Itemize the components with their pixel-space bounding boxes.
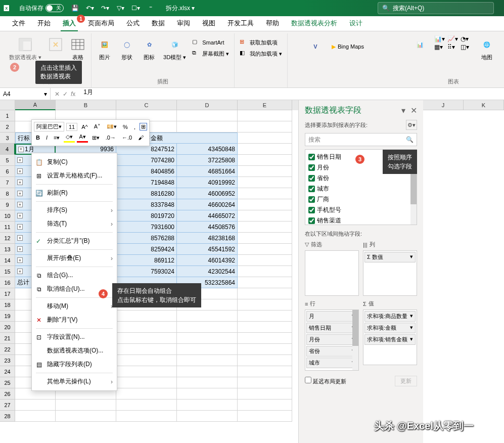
undo-icon[interactable]: ↶▾ (85, 3, 95, 13)
expand-icon[interactable]: + (17, 246, 23, 252)
field-checkbox[interactable]: 手机型号 (307, 205, 415, 215)
cell[interactable] (56, 400, 116, 411)
cell[interactable] (238, 266, 292, 277)
border-icon[interactable]: ⊞▾ (90, 134, 102, 142)
cell[interactable]: 48238168 (177, 233, 238, 244)
charts-button[interactable]: 📊 (410, 35, 430, 54)
name-box[interactable]: A4▾ (0, 88, 51, 100)
row-header[interactable]: 21 (0, 333, 15, 344)
table-button[interactable]: 表格 (68, 35, 88, 62)
row-header[interactable]: 17 (0, 288, 15, 299)
fx-icon[interactable]: fx (71, 91, 75, 98)
col-header[interactable]: D (177, 100, 238, 110)
row-header[interactable]: 3 (0, 132, 15, 144)
area-item[interactable]: 月份▾ (306, 334, 357, 345)
tab-help[interactable]: 帮助 (260, 16, 285, 31)
align-icon[interactable]: ≡▾ (52, 134, 62, 142)
menu-format-cells[interactable]: ⊞设置单元格格式(F)... (32, 169, 117, 183)
area-item[interactable]: 销售日期▾ (306, 323, 357, 333)
cell[interactable] (238, 132, 292, 144)
format-icon[interactable]: ⊞ (140, 123, 147, 130)
expand-icon[interactable]: + (17, 224, 23, 230)
field-checkbox[interactable]: 城市 (307, 184, 415, 194)
expand-icon[interactable]: + (17, 213, 23, 218)
menu-expand[interactable]: 展开/折叠(E)› (32, 251, 117, 265)
cancel-formula-icon[interactable]: ✕ (55, 91, 60, 98)
cell[interactable] (238, 255, 292, 266)
tab-review[interactable]: 审阅 (171, 16, 196, 31)
tab-dev[interactable]: 开发工具 (221, 16, 260, 31)
cell[interactable]: 7194848 (116, 177, 177, 188)
field-checkbox[interactable]: 销售渠道 (307, 215, 415, 225)
cell[interactable] (238, 244, 292, 255)
close-icon[interactable]: ✕ (410, 106, 417, 115)
font-color-icon[interactable]: A▾ (77, 132, 87, 143)
cell[interactable] (177, 388, 238, 400)
cell[interactable] (116, 400, 177, 411)
shapes-button[interactable]: ◯形状 (117, 35, 137, 62)
row-header[interactable]: 28 (0, 411, 15, 422)
cell[interactable]: 8816280 (116, 188, 177, 199)
area-item[interactable]: 省份▾ (306, 346, 357, 357)
row-header[interactable]: 1 (0, 110, 15, 121)
expand-icon[interactable]: + (18, 147, 24, 152)
cell[interactable] (56, 411, 116, 422)
cell[interactable] (116, 377, 177, 388)
cell[interactable] (238, 233, 292, 244)
area-item[interactable]: 城市▾ (306, 358, 357, 368)
cell[interactable]: 8337848 (116, 199, 177, 210)
defer-layout-checkbox[interactable]: 延迟布局更新 (305, 377, 346, 385)
cell[interactable] (238, 199, 292, 210)
cell[interactable] (238, 311, 292, 322)
line-chart-icon[interactable]: 📈▾ (447, 35, 460, 42)
cell[interactable]: 45541592 (177, 244, 238, 255)
select-all-corner[interactable] (0, 100, 15, 110)
bar-chart-icon[interactable]: 📊▾ (434, 35, 446, 42)
area-item[interactable]: 求和项:销售金额▾ (364, 334, 416, 345)
row-header[interactable]: 11 (0, 222, 15, 233)
autosave-toggle[interactable]: 自动保存 关 (19, 4, 64, 13)
cell[interactable] (116, 333, 177, 344)
row-header[interactable]: 10 (0, 210, 15, 222)
save-icon[interactable]: 💾 (70, 3, 80, 13)
row-header[interactable]: 22 (0, 344, 15, 355)
scatter-chart-icon[interactable]: ⠿▾ (447, 43, 460, 51)
filename-label[interactable]: 拆分.xlsx ▾ (166, 4, 195, 13)
row-header[interactable]: 15 (0, 266, 15, 277)
3dmodel-button[interactable]: 🧊3D模型 ▾ (161, 35, 188, 62)
cell[interactable] (177, 366, 238, 377)
col-header[interactable]: K (464, 100, 504, 110)
cell[interactable] (116, 322, 177, 333)
menu-subtotal[interactable]: ✓分类汇总"月"(B) (32, 234, 117, 248)
format-painter-icon[interactable]: 🖌 (136, 134, 146, 142)
row-header[interactable]: 13 (0, 244, 15, 255)
cell[interactable]: 43450848 (177, 144, 238, 155)
comma-icon[interactable]: , (132, 123, 138, 131)
pane-options-icon[interactable]: ▾ (401, 106, 405, 115)
cell[interactable] (177, 322, 238, 333)
picture-button[interactable]: 🖼️图片 (95, 35, 115, 62)
cell[interactable]: 46600264 (177, 199, 238, 210)
formula-bar[interactable]: 1月 (79, 88, 504, 100)
area-item[interactable]: 求和项:金额▾ (364, 323, 416, 333)
tab-layout[interactable]: 页面布局 (82, 16, 120, 31)
row-header[interactable]: 12 (0, 233, 15, 244)
screenshot-button[interactable]: ⧉屏幕截图 ▾ (190, 49, 231, 59)
accounting-icon[interactable]: 💴▾ (105, 122, 119, 131)
update-button[interactable]: 更新 (395, 376, 417, 386)
tab-view[interactable]: 视图 (196, 16, 221, 31)
italic-icon[interactable]: I (44, 134, 50, 142)
qat-customize-icon[interactable]: ⁼ (146, 3, 156, 13)
cell[interactable] (116, 388, 177, 400)
cell[interactable] (238, 166, 292, 177)
cell[interactable] (177, 377, 238, 388)
cell[interactable] (15, 411, 56, 422)
cell[interactable] (238, 299, 292, 311)
cell[interactable] (238, 377, 292, 388)
values-drop-area[interactable]: 求和项:商品数量▾求和项:金额▾求和项:销售金额▾ (363, 309, 417, 365)
cell[interactable]: 7931600 (116, 222, 177, 233)
area-item[interactable]: 月▾ (306, 311, 357, 322)
row-header[interactable]: 6 (0, 166, 15, 177)
row-header[interactable]: 26 (0, 388, 15, 400)
row-header[interactable]: 7 (0, 177, 15, 188)
